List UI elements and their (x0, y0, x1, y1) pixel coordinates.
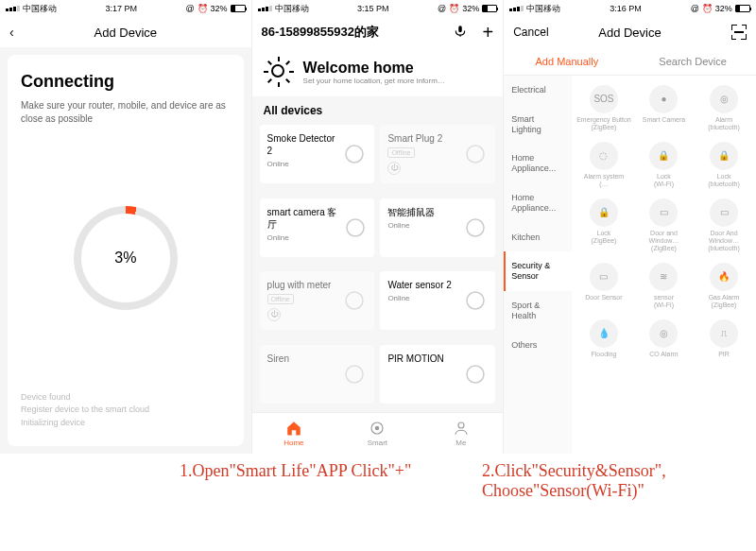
category-item[interactable]: Electrical (504, 76, 572, 105)
product-sub: (Wi-Fi) (654, 181, 674, 188)
category-item[interactable]: Kitchen (504, 223, 572, 252)
product-icon: ● (649, 85, 678, 113)
device-card[interactable]: PIR MOTION (380, 345, 495, 404)
device-card[interactable]: 智能捕鼠器Online (380, 198, 495, 257)
svg-point-4 (346, 292, 363, 309)
device-grid: Smoke Detector 2Online Smart Plug 2Offli… (252, 125, 504, 412)
battery-icon (231, 5, 246, 12)
product-sub: (bluetooth) (708, 245, 739, 252)
device-card[interactable]: Water sensor 2Online (380, 271, 495, 330)
back-button[interactable]: ‹ (9, 25, 32, 40)
product-sub: (ZigBee) (651, 245, 677, 252)
phone-connecting: 中国移动 3:17 PM @ ⏰ 32% ‹ Add Device Connec… (0, 0, 252, 454)
product-item[interactable]: ◎ Alarm (bluetooth) (694, 81, 754, 136)
progress-percent: 3% (114, 250, 136, 267)
product-icon: ⎍ (710, 319, 738, 348)
phone-add-device: 中国移动 3:16 PM @ ⏰ 32% Cancel Add Device A… (504, 0, 756, 454)
step-3: Initializing device (21, 417, 231, 430)
product-icon: ◎ (649, 319, 678, 348)
tab-me[interactable]: Me (420, 413, 504, 454)
product-name: Flooding (592, 351, 617, 358)
mic-button[interactable] (454, 25, 471, 41)
product-name: Alarm system (584, 173, 624, 181)
device-card[interactable]: plug with meterOffline⏻ (260, 271, 375, 330)
product-name: Lock (657, 173, 671, 181)
product-item[interactable]: 🔒 Lock (Wi-Fi) (634, 138, 695, 193)
power-button[interactable]: ⏻ (387, 162, 401, 175)
tab-label: Me (455, 439, 466, 447)
clock-label: 3:16 PM (610, 4, 642, 13)
seg-tab-add-manually[interactable]: Add Manually (504, 47, 629, 75)
category-item[interactable]: Home Appliance... (504, 183, 572, 223)
power-button[interactable]: ⏻ (267, 308, 281, 321)
connecting-card: Connecting Make sure your router, mobile… (8, 55, 244, 446)
product-item[interactable]: ◌ Alarm system (… (574, 138, 634, 193)
status-bar: 中国移动 3:17 PM @ ⏰ 32% (0, 0, 251, 17)
product-item[interactable]: ▭ Door Sensor (574, 259, 634, 314)
device-card[interactable]: smart camera 客厅Online (260, 198, 375, 257)
device-name: Smart Plug 2 (387, 132, 442, 145)
welcome-title: Welcome home (303, 60, 445, 77)
device-status: Online (387, 294, 451, 303)
carrier-label: 中国移动 (23, 3, 57, 15)
tab-home[interactable]: Home (252, 413, 336, 454)
category-item[interactable]: Others (504, 331, 572, 360)
cancel-button[interactable]: Cancel (513, 26, 560, 39)
svg-point-7 (467, 366, 484, 383)
device-card[interactable]: Smart Plug 2Offline⏻ (380, 125, 495, 183)
welcome-banner[interactable]: Welcome home Set your home location, get… (252, 47, 504, 96)
svg-point-6 (346, 366, 363, 383)
tab-smart[interactable]: Smart (335, 413, 420, 454)
add-device-button[interactable]: + (471, 22, 493, 43)
product-item[interactable]: ● Smart Camera (634, 81, 695, 136)
product-item[interactable]: SOS Emergency Button (ZigBee) (574, 81, 634, 136)
product-name: CO Alarm (649, 351, 678, 358)
all-devices-header[interactable]: All devices (252, 96, 504, 125)
product-item[interactable]: 🔥 Gas Alarm (ZigBee) (694, 259, 754, 314)
signal-icon (6, 6, 20, 11)
device-icon (463, 142, 488, 166)
carrier-label: 中国移动 (275, 3, 309, 15)
battery-icon (735, 5, 750, 12)
product-icon: 🔒 (710, 142, 738, 170)
device-name: Water sensor 2 (387, 279, 451, 291)
device-card[interactable]: Siren (260, 345, 375, 404)
scan-icon (731, 25, 747, 40)
category-item[interactable]: Sport & Health (504, 291, 572, 331)
carrier-label: 中国移动 (526, 3, 560, 15)
battery-icon (482, 5, 497, 12)
home-title[interactable]: 86-15899855932的家 (262, 24, 455, 41)
product-item[interactable]: ▭ Door And Window… (bluetooth) (694, 195, 754, 257)
seg-tab-search-device[interactable]: Search Device (629, 47, 755, 75)
device-status: Online (267, 233, 344, 243)
product-item[interactable]: 🔒 Lock (bluetooth) (694, 138, 754, 193)
device-icon (463, 362, 488, 387)
product-item[interactable]: 💧 Flooding (574, 316, 634, 362)
product-item[interactable]: ▭ Door and Window… (ZigBee) (634, 195, 695, 257)
device-card[interactable]: Smoke Detector 2Online (260, 125, 375, 183)
device-name: Siren (267, 353, 289, 365)
product-icon: ▭ (590, 263, 618, 291)
product-name: Door Sensor (585, 294, 622, 301)
product-grid: SOS Emergency Button (ZigBee)● Smart Cam… (572, 76, 756, 454)
product-icon: ▭ (649, 198, 678, 227)
product-name: Door And Window… (696, 230, 752, 246)
product-item[interactable]: ◎ CO Alarm (634, 316, 695, 362)
product-item[interactable]: ⎍ PIR (694, 316, 754, 362)
product-icon: 🔒 (649, 142, 678, 170)
category-item[interactable]: Home Appliance... (504, 144, 572, 183)
svg-point-10 (458, 422, 464, 428)
device-icon (343, 215, 367, 240)
product-name: Gas Alarm (709, 294, 740, 301)
product-item[interactable]: 🔒 Lock (ZigBee) (574, 195, 634, 257)
weather-sun-icon (264, 57, 294, 87)
device-name: PIR MOTION (387, 353, 443, 365)
category-item[interactable]: Security & Sensor (504, 251, 572, 291)
scan-button[interactable] (699, 25, 747, 40)
battery-label: 32% (715, 4, 732, 13)
svg-point-5 (467, 292, 484, 309)
product-sub: (ZigBee) (592, 237, 617, 245)
caption-1: 1.Open"Smart Life"APP Click"+" (180, 461, 411, 501)
category-item[interactable]: Smart Lighting (504, 105, 572, 145)
product-item[interactable]: ≋ sensor (Wi-Fi) (634, 259, 695, 314)
